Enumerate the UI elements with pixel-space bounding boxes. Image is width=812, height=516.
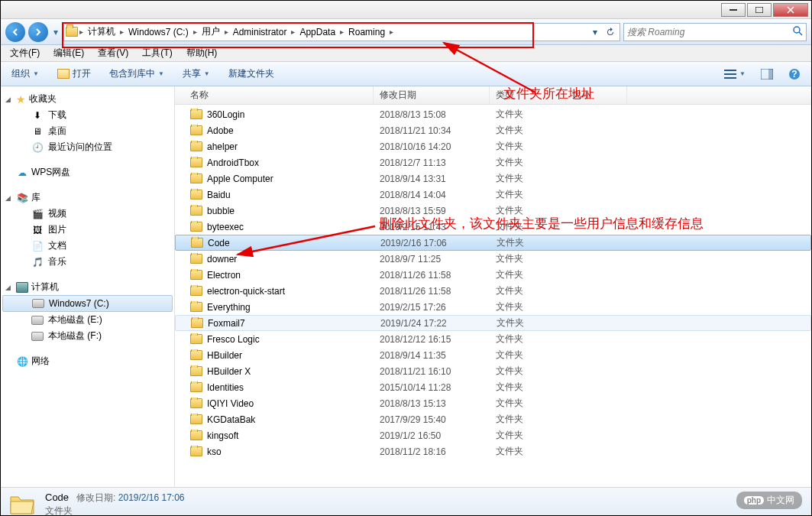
sidebar-wps[interactable]: ☁WPS网盘: [1, 164, 174, 180]
chevron-right-icon[interactable]: ▸: [223, 28, 230, 36]
share-button[interactable]: 共享 ▼: [178, 66, 215, 82]
table-row[interactable]: Foxmail72019/1/24 17:22文件夹: [175, 315, 811, 331]
column-date[interactable]: 修改日期: [374, 86, 490, 104]
table-row[interactable]: ahelper2018/10/16 14:20文件夹: [175, 138, 811, 154]
table-row[interactable]: KGDataBak2017/9/29 15:40文件夹: [175, 411, 811, 427]
chevron-right-icon[interactable]: ▸: [388, 28, 395, 36]
menu-edit[interactable]: 编辑(E): [47, 45, 90, 61]
sidebar-item-drive-c[interactable]: Windows7 (C:): [2, 295, 173, 312]
svg-rect-8: [724, 77, 736, 79]
file-name: Fresco Logic: [207, 334, 260, 345]
sidebar-favorites[interactable]: ◢★收藏夹: [1, 91, 174, 107]
table-row[interactable]: Apple Computer2018/9/14 13:31文件夹: [175, 170, 811, 187]
file-date: 2018/9/14 11:35: [374, 350, 490, 361]
sidebar-item-documents[interactable]: 📄文档: [1, 238, 174, 254]
table-row[interactable]: Identities2015/10/14 11:28文件夹: [175, 379, 811, 395]
breadcrumb-item[interactable]: AppData: [296, 24, 338, 41]
include-library-button[interactable]: 包含到库中 ▼: [105, 66, 169, 82]
folder-icon: [190, 109, 202, 121]
table-row[interactable]: electron-quick-start2018/11/26 11:58文件夹: [175, 283, 811, 299]
open-button[interactable]: 打开: [53, 66, 95, 82]
sidebar-computer[interactable]: ◢计算机: [1, 279, 174, 295]
file-type: 文件夹: [490, 236, 567, 249]
table-row[interactable]: byteexec2019/2/15 11:43文件夹: [175, 219, 811, 235]
breadcrumb-item[interactable]: 计算机: [85, 24, 118, 41]
table-row[interactable]: kingsoft2019/1/2 16:50文件夹: [175, 427, 811, 443]
breadcrumb-item[interactable]: 用户: [199, 24, 223, 41]
sidebar-item-downloads[interactable]: ⬇下载: [1, 107, 174, 123]
main-content: ◢★收藏夹 ⬇下载 🖥桌面 🕘最近访问的位置 ☁WPS网盘 ◢📚库 🎬视频 🖼图…: [1, 86, 811, 487]
menu-help[interactable]: 帮助(H): [180, 45, 224, 61]
chevron-down-icon: ◢: [5, 284, 11, 291]
chevron-right-icon[interactable]: ▸: [338, 28, 345, 36]
breadcrumb-item[interactable]: Windows7 (C:): [125, 24, 192, 41]
svg-rect-1: [755, 7, 763, 13]
menu-file[interactable]: 文件(F): [4, 45, 46, 61]
file-name: Everything: [207, 302, 251, 313]
table-row[interactable]: kso2018/11/2 18:16文件夹: [175, 443, 811, 459]
file-date: 2018/12/12 16:15: [374, 334, 490, 345]
sidebar-item-recent[interactable]: 🕘最近访问的位置: [1, 139, 174, 155]
search-icon[interactable]: [792, 25, 803, 38]
sidebar-item-drive-f[interactable]: 本地磁盘 (F:): [1, 328, 174, 344]
breadcrumb-item[interactable]: Administrator: [230, 24, 290, 41]
search-box[interactable]: [623, 23, 807, 41]
sidebar-item-videos[interactable]: 🎬视频: [1, 206, 174, 222]
forward-button[interactable]: [28, 22, 48, 42]
table-row[interactable]: 360Login2018/8/13 15:08文件夹: [175, 106, 811, 122]
table-row[interactable]: Fresco Logic2018/12/12 16:15文件夹: [175, 331, 811, 347]
address-bar[interactable]: ▸ 计算机 ▸ Windows7 (C:) ▸ 用户 ▸ Administrat…: [63, 23, 620, 41]
menu-view[interactable]: 查看(V): [92, 45, 134, 61]
breadcrumb-item[interactable]: Roaming: [345, 24, 388, 41]
chevron-right-icon[interactable]: ▸: [78, 28, 85, 36]
sidebar-item-music[interactable]: 🎵音乐: [1, 254, 174, 270]
chevron-right-icon[interactable]: ▸: [290, 28, 296, 36]
column-type[interactable]: 类型: [490, 86, 566, 104]
address-dropdown-icon[interactable]: ▾: [587, 24, 603, 41]
history-dropdown-icon[interactable]: ▾: [51, 27, 60, 37]
chevron-right-icon[interactable]: ▸: [118, 28, 125, 36]
table-row[interactable]: Everything2019/2/15 17:26文件夹: [175, 299, 811, 315]
new-folder-button[interactable]: 新建文件夹: [224, 66, 279, 82]
maximize-button[interactable]: [747, 3, 772, 17]
column-size[interactable]: 大小: [566, 86, 627, 104]
menu-tools[interactable]: 工具(T): [136, 45, 178, 61]
table-row[interactable]: Adobe2018/11/21 10:34文件夹: [175, 122, 811, 138]
folder-icon: [190, 398, 202, 410]
preview-pane-button[interactable]: [756, 67, 778, 81]
sidebar-item-pictures[interactable]: 🖼图片: [1, 222, 174, 238]
table-row[interactable]: HBuilder X2018/11/21 16:10文件夹: [175, 363, 811, 379]
table-row[interactable]: Baidu2018/8/14 14:04文件夹: [175, 187, 811, 203]
search-input[interactable]: [627, 24, 792, 41]
sidebar-item-drive-e[interactable]: 本地磁盘 (E:): [1, 312, 174, 328]
table-row[interactable]: Code2019/2/16 17:06文件夹: [175, 235, 811, 251]
file-name: Electron: [207, 270, 241, 281]
minimize-button[interactable]: [721, 3, 746, 17]
table-row[interactable]: HBuilder2018/9/14 11:35文件夹: [175, 347, 811, 363]
refresh-button[interactable]: [603, 24, 618, 41]
sidebar-item-desktop[interactable]: 🖥桌面: [1, 123, 174, 139]
navigation-pane[interactable]: ◢★收藏夹 ⬇下载 🖥桌面 🕘最近访问的位置 ☁WPS网盘 ◢📚库 🎬视频 🖼图…: [1, 86, 175, 487]
file-date: 2019/2/16 17:06: [374, 238, 490, 248]
folder-icon: [190, 221, 202, 233]
table-row[interactable]: bubble2018/8/13 15:59文件夹: [175, 203, 811, 219]
organize-button[interactable]: 组织 ▼: [7, 66, 44, 82]
file-name: bubble: [207, 206, 235, 216]
table-row[interactable]: AndroidTbox2018/12/7 11:13文件夹: [175, 154, 811, 170]
table-row[interactable]: downer2018/9/7 11:25文件夹: [175, 251, 811, 267]
file-name: IQIYI Video: [207, 398, 254, 409]
column-name[interactable]: 名称: [184, 86, 374, 104]
sidebar-libraries[interactable]: ◢📚库: [1, 190, 174, 206]
file-rows[interactable]: 360Login2018/8/13 15:08文件夹Adobe2018/11/2…: [175, 105, 811, 487]
table-row[interactable]: Electron2018/11/26 11:58文件夹: [175, 267, 811, 283]
back-button[interactable]: [5, 22, 25, 42]
sidebar-network[interactable]: 🌐网络: [1, 353, 174, 369]
view-options-button[interactable]: ▼: [720, 67, 750, 81]
help-button[interactable]: ?: [784, 67, 805, 82]
chevron-right-icon[interactable]: ▸: [192, 28, 199, 36]
file-date: 2018/11/2 18:16: [374, 446, 490, 457]
table-row[interactable]: IQIYI Video2018/8/13 15:13文件夹: [175, 395, 811, 411]
close-button[interactable]: [773, 3, 808, 17]
file-name: Foxmail7: [208, 318, 245, 329]
file-date: 2015/10/14 11:28: [374, 382, 490, 393]
